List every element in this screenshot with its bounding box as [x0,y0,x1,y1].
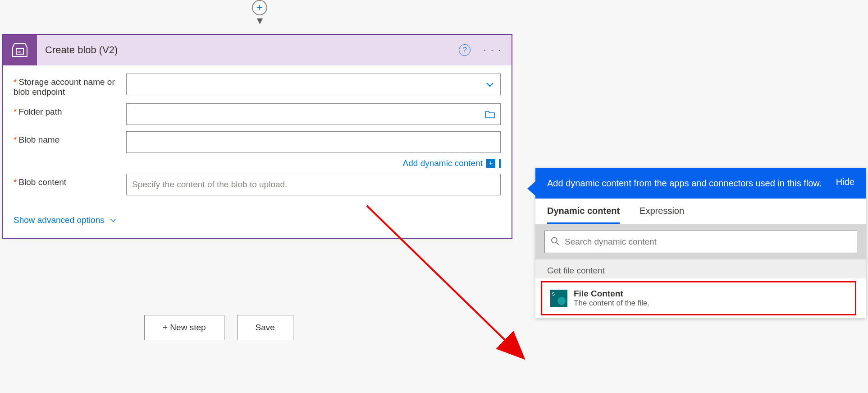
step-connector: + ▾ [252,0,267,29]
folder-path-label: *Folder path [14,103,126,117]
hide-panel-link[interactable]: Hide [836,177,854,187]
panel-caret-icon [527,181,535,196]
help-icon[interactable]: ? [459,44,471,56]
show-advanced-options-link[interactable]: Show advanced options [14,215,117,225]
save-button[interactable]: Save [237,315,293,340]
svg-line-3 [557,243,559,245]
tab-expression[interactable]: Expression [640,206,684,224]
tab-dynamic-content[interactable]: Dynamic content [547,206,620,224]
dynamic-content-search-input[interactable] [544,231,857,253]
card-title: Create blob (V2) [37,44,459,56]
blob-content-label: *Blob content [14,174,126,187]
dynamic-item-title: File Content [574,289,649,299]
add-step-icon[interactable]: + [252,0,267,15]
search-icon [551,237,560,247]
folder-path-input[interactable] [126,103,501,125]
sharepoint-icon [550,290,567,307]
folder-picker-icon[interactable] [484,110,495,119]
plus-square-icon[interactable]: + [486,159,495,168]
svg-text:10: 10 [17,50,21,54]
blob-storage-icon: 10 [3,35,37,65]
blob-name-input[interactable] [126,131,501,153]
more-icon[interactable]: · · · [480,44,504,56]
dynamic-content-bar-icon [499,159,501,168]
dynamic-item-file-content[interactable]: File Content The content of the file. [541,281,856,315]
blob-content-input[interactable] [126,174,501,195]
storage-account-label: *Storage account name or blob endpoint [14,74,126,97]
svg-point-2 [552,238,557,243]
arrow-down-icon: ▾ [257,14,263,28]
blob-name-label: *Blob name [14,131,126,145]
card-titlebar[interactable]: 10 Create blob (V2) ? · · · [3,35,512,65]
storage-account-dropdown[interactable] [126,74,501,95]
add-dynamic-content-link[interactable]: Add dynamic content [403,158,483,168]
chevron-down-icon[interactable] [484,79,495,90]
create-blob-card: 10 Create blob (V2) ? · · · *Storage acc… [2,34,512,239]
dynamic-item-subtitle: The content of the file. [574,299,649,308]
dynamic-content-panel: Add dynamic content from the apps and co… [535,168,866,318]
dynamic-panel-header: Add dynamic content from the apps and co… [535,168,866,199]
new-step-button[interactable]: + New step [144,315,224,340]
dynamic-section-header: Get file content [535,259,866,278]
